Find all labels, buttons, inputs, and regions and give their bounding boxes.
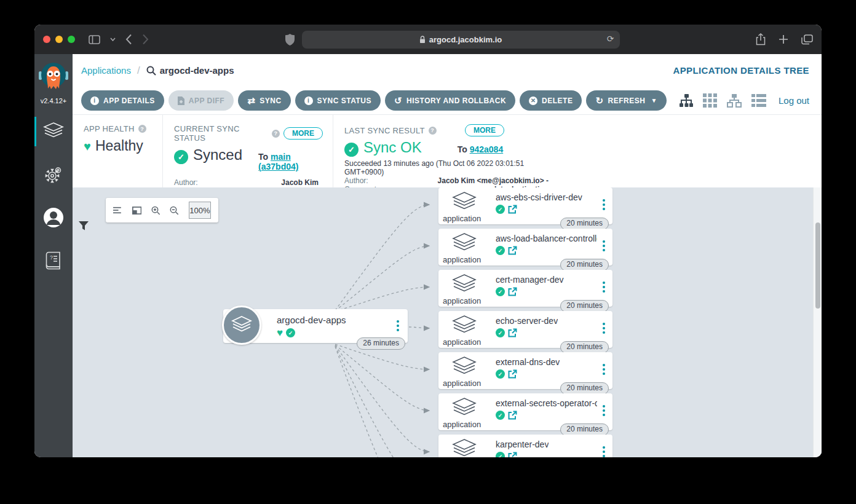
sync-status-button[interactable]: i SYNC STATUS [295,90,381,111]
node-kind-label: application [443,255,481,264]
share-icon[interactable] [756,33,766,45]
node-title: karpenter-dev [496,439,549,449]
root-node-menu[interactable] [395,318,400,333]
app-node[interactable]: application external-dns-dev ✓ 20 minute… [438,352,612,389]
synced-check-icon: ✓ [496,328,505,337]
sidebar-item-applications[interactable] [34,117,73,146]
node-menu[interactable] [601,197,606,212]
app-details-button[interactable]: i APP DETAILS [81,90,164,111]
help-icon[interactable]: ? [429,127,437,135]
app-node[interactable]: application cert-manager-dev ✓ 20 minute… [438,270,612,307]
desktop: argocd.jacobkim.io ⟳ [0,0,856,504]
sync-succeeded-text: Succeeded 13 minutes ago (Thu Oct 06 202… [344,159,549,176]
breadcrumb-applications-link[interactable]: Applications [81,65,131,76]
root-app-node[interactable]: argocd-dev-apps ♥ ✓ 26 minutes [223,309,408,343]
fit-to-screen-icon[interactable] [132,206,141,215]
refresh-icon: ↻ [595,96,603,105]
align-icon[interactable] [113,206,122,215]
sync-more-button[interactable]: MORE [283,127,323,140]
sync-button[interactable]: ⇄ SYNC [238,90,290,111]
external-link-icon[interactable] [508,369,517,379]
external-link-icon[interactable] [508,328,517,337]
minimize-window-button[interactable] [55,36,63,43]
zoom-out-icon[interactable] [170,205,179,216]
node-kind-label: application [443,337,481,347]
history-rollback-button[interactable]: ↺ HISTORY AND ROLLBACK [385,90,515,111]
app-health-label: APP HEALTH [84,124,135,133]
tab-overview-icon[interactable] [801,34,813,45]
argocd-sidebar: v2.4.12+ [34,54,73,457]
traffic-lights [43,36,75,43]
resource-tree-canvas[interactable]: 100% argocd-dev-apps ♥ ✓ [73,187,822,457]
url-bar[interactable]: argocd.jacobkim.io ⟳ [302,31,620,49]
node-menu[interactable] [601,361,606,377]
synced-check-icon: ✓ [496,205,505,214]
lock-icon [419,36,426,44]
tree-view-icon[interactable] [679,93,694,108]
filter-icon[interactable] [79,221,89,233]
app-health-value: Healthy [95,138,143,154]
synced-check-icon: ✓ [174,150,188,164]
sidebar-toggle-icon[interactable] [89,35,100,44]
node-title: aws-ebs-csi-driver-dev [496,192,582,202]
current-sync-label: CURRENT SYNC STATUS [174,124,268,143]
external-link-icon[interactable] [508,452,517,457]
node-menu[interactable] [601,279,606,294]
zoom-window-button[interactable] [68,36,75,43]
sidebar-item-settings[interactable] [34,160,73,189]
node-age-badge: 20 minutes [560,341,609,353]
node-age-badge: 20 minutes [560,382,609,395]
scrollbar-thumb[interactable] [815,222,820,309]
zoom-level-value[interactable]: 100% [189,202,211,219]
new-tab-icon[interactable] [779,34,788,44]
external-link-icon[interactable] [508,205,517,214]
last-sync-more-button[interactable]: MORE [465,124,504,136]
node-menu[interactable] [601,403,606,418]
app-node[interactable]: application echo-server-dev ✓ 20 minutes [438,311,612,348]
app-node[interactable]: application aws-load-balancer-controller… [438,229,612,266]
synced-check-icon: ✓ [496,246,505,255]
external-link-icon[interactable] [508,411,517,420]
chevron-down-icon[interactable] [110,37,116,41]
external-link-icon[interactable] [508,246,517,255]
root-node-age-badge: 26 minutes [357,337,405,350]
sidebar-item-user[interactable] [34,203,73,232]
node-kind-label: application [443,379,481,388]
scrollbar-track[interactable] [813,187,822,457]
delete-button[interactable]: ✕ DELETE [520,90,582,111]
node-age-badge: 20 minutes [560,218,609,230]
help-icon[interactable]: ? [138,125,146,133]
sidebar-item-docs[interactable]: ? [34,246,73,275]
reload-icon[interactable]: ⟳ [607,34,614,44]
zoom-in-icon[interactable] [151,205,160,216]
caret-down-icon: ▼ [651,97,657,104]
app-diff-button[interactable]: APP DIFF [168,90,234,111]
app-health-section: APP HEALTH ? ♥ Healthy [73,115,163,187]
node-menu[interactable] [601,238,606,253]
healthy-heart-icon: ♥ [277,328,283,338]
list-view-icon[interactable] [751,94,766,107]
refresh-button[interactable]: ↻ REFRESH ▼ [586,90,666,111]
back-icon[interactable] [125,34,132,45]
layers-icon [451,274,478,296]
app-node[interactable]: application aws-ebs-csi-driver-dev ✓ 20 … [438,187,612,224]
last-revision-link[interactable]: 942a084 [470,144,504,154]
synced-check-icon: ✓ [496,411,505,420]
node-menu[interactable] [601,444,606,457]
app-node[interactable]: application karpenter-dev ✓ 20 minutes [438,435,612,457]
synced-check-icon: ✓ [496,369,505,379]
forward-icon[interactable] [142,34,149,45]
layers-icon [451,191,478,213]
app-node[interactable]: application external-secrets-operator-de… [438,393,612,430]
external-link-icon[interactable] [508,287,517,296]
help-icon[interactable]: ? [272,130,280,138]
last-sync-section: LAST SYNC RESULT ? MORE ✓ Sync OK To 942… [333,115,822,187]
privacy-shield-icon[interactable] [285,34,295,45]
network-view-icon[interactable] [726,93,742,108]
search-icon [146,66,156,76]
pods-view-icon[interactable] [703,93,717,108]
close-window-button[interactable] [43,36,50,43]
node-menu[interactable] [601,320,606,336]
logout-link[interactable]: Log out [779,95,809,106]
node-title: echo-server-dev [496,316,558,326]
